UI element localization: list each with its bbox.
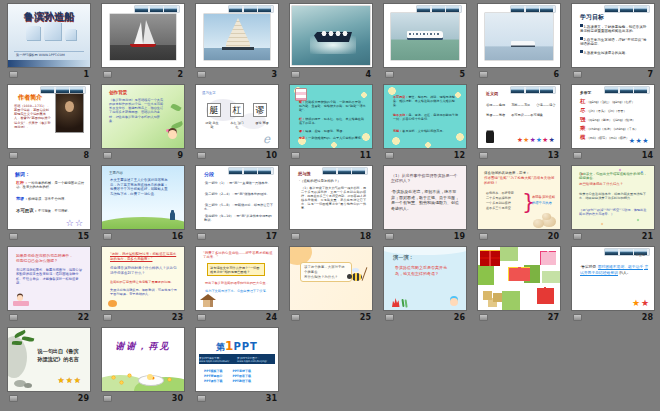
- banner-link-left[interactable]: 更多PPT模板下载：www.1ppt.com/moban/: [199, 356, 237, 363]
- slide-30-thanks[interactable]: 谢谢，再见: [102, 328, 184, 391]
- slide-5-ship-photo[interactable]: [384, 4, 466, 67]
- synonym-row: 荒谬——荒唐 不可思议——不可想象: [486, 113, 556, 117]
- thumbnail-slide-5[interactable]: 5: [384, 4, 466, 85]
- thumbnail-slide-8[interactable]: 作者简介 笛福（1660—1731），英国小说家，英国启蒙时期现实主义小说的奠基…: [8, 85, 90, 166]
- discussion-question: 如果是你处在这样的荒岛环境中，你觉得自己会怎么做呢？: [16, 253, 85, 263]
- polyphone-readings: ：(gāng)（顶杠） (gàng)（杠杆）: [586, 100, 635, 104]
- thumbnail-slide-22[interactable]: 如果是你处在这样的荒岛环境中，你觉得自己会怎么做呢？ 无论环境怎样恶劣，都要乐观…: [8, 247, 90, 328]
- thumbnail-slide-23[interactable]: “这时，我才猛然醒悟过来：把船造在远离水边的地方，是多么愚蠢啊！” 你觉得鲁滨孙…: [102, 247, 184, 328]
- thumbnail-slide-10[interactable]: 温习生字 艇 杠 谬 游艇 救生艇 木杠 顶门杠 谬论 荒谬 e 10: [196, 85, 278, 166]
- thumbnail-slide-11[interactable]: 艇：比舢板大而较快的小船，一般用机器开动，如汽艇、鱼雷艇。也指较大的船，如“舰艇…: [290, 85, 372, 166]
- thumbnail-slide-30[interactable]: 谢谢，再见 30: [102, 328, 184, 409]
- thumbnail-slide-14[interactable]: 多音字 杠：(gāng)（顶杠） (gàng)（杠杆） 尽：(jǐn)（尽头） …: [572, 85, 654, 166]
- thumbnail-slide-13[interactable]: 近义词 省得——免得 充裕——充足 合适——适合 荒谬——荒唐 不可思议——不可…: [478, 85, 560, 166]
- star-icon: ★: [641, 298, 649, 308]
- thumbnail-slide-4[interactable]: 4: [290, 4, 372, 85]
- slide-15-word-explanations[interactable]: 解词： 杠杆：一种简单的机械，是一个能绕固定点转动、改变力的方向的杆。 荒谬：极…: [8, 166, 90, 229]
- slide-14-polyphonic[interactable]: 多音字 杠：(gāng)（顶杠） (gàng)（杠杆） 尽：(jǐn)（尽头） …: [572, 85, 654, 148]
- slide-6-ferry-photo[interactable]: [478, 4, 560, 67]
- thumbnail-slide-29[interactable]: 说一句出自《鲁滨孙漂流记》的名言 ★★★ 29: [8, 328, 90, 409]
- polyphone-row: 乘：(chéng)（乘法） (shèng)（千乘）: [580, 125, 650, 132]
- thumbnail-slide-2[interactable]: 2: [102, 4, 184, 85]
- slide-28-summary-fill[interactable]: 我会说 ·鲁滨孙是 面对困难不退缩、敢于动手 尝试并善于总结经验教训 的人。 ★…: [572, 247, 654, 310]
- slide-9-background[interactable]: 创作背景 《鲁滨孙漂流记》是笛福根据一个真实的故事创作的长篇小说。一位水手与船长…: [102, 85, 184, 148]
- slide-29-famous-quote-task[interactable]: 说一句出自《鲁滨孙漂流记》的名言 ★★★: [8, 328, 90, 391]
- hull-shape: [130, 44, 156, 47]
- box-line: 难事之中”指的是哪些困难？: [210, 270, 250, 274]
- slide-11-definitions[interactable]: 艇：比舢板大而较快的小船，一般用机器开动，如汽艇、鱼雷艇。也指较大的船，如“舰艇…: [290, 85, 372, 148]
- slide-31-1ppt-endcard[interactable]: 第1PPT 更多PPT模板下载：www.1ppt.com/moban/ 更多PP…: [196, 328, 278, 391]
- banner-link-right[interactable]: 更多PPT背景图片：www.1ppt.com/beijing/: [237, 356, 275, 363]
- sailboat-photo: [110, 14, 176, 60]
- thumbnail-slide-25[interactable]: 读了这个故事，大家对于这个故事会有什么想法？为什么？ 25: [290, 247, 372, 328]
- thumbnail-slide-7[interactable]: 学习目标 1.熟读课文，了解故事梗概，知道鲁滨孙是怎样克服重重困难把船造出来的。…: [572, 4, 654, 85]
- slide-19-character-question[interactable]: （1）从这件事中你觉得鲁滨孙是一个怎样的人？ ·鲁滨孙身处逆境，坚韧不拔，绝不放…: [384, 166, 466, 229]
- link-item[interactable]: PPT课件下载: [204, 379, 222, 384]
- ship-photo: [391, 13, 459, 60]
- thumbnail-slide-31[interactable]: 第1PPT 更多PPT模板下载：www.1ppt.com/moban/ 更多PP…: [196, 328, 278, 409]
- pink-gift-box: [540, 251, 556, 265]
- reflection-line: 有什么想法？为什么？: [304, 275, 338, 279]
- slide-icon: [479, 71, 488, 78]
- thumbnail-slide-15[interactable]: 解词： 杠杆：一种简单的机械，是一个能绕固定点转动、改变力的方向的杆。 荒谬：极…: [8, 166, 90, 247]
- slide-21-reading-task[interactable]: 自由读文，勾画出文中描写造船动作的词句，细细体会。 这些动词体现出了什么特点？ …: [572, 166, 654, 229]
- slide-24-quote-analysis[interactable]: “我费了多日的心血劳动……好不容易才把船造了出来。” 这句话在文中有什么作用？“…: [196, 247, 278, 310]
- slide-4-tanker-photo[interactable]: [290, 4, 372, 67]
- thumbnail-slide-26[interactable]: 演一演： 鲁滨孙造完船之后是否离开荒岛，他又有怎样的奇遇？ 26: [384, 247, 466, 328]
- slide-23-quote-analysis[interactable]: “这时，我才猛然醒悟过来：把船造在远离水边的地方，是多么愚蠢啊！” 你觉得鲁滨孙…: [102, 247, 184, 310]
- slide-3-tallship-photo[interactable]: [196, 4, 278, 67]
- slide-number: 6: [553, 70, 559, 79]
- divider-line: [14, 51, 84, 52]
- thumbnail-slide-6[interactable]: 6: [478, 4, 560, 85]
- slide-16-main-idea[interactable]: 主要内容 本文主要讲述了主人公鲁滨孙流落荒岛后，为了离开荒岛而造独木舟的故事：他…: [102, 166, 184, 229]
- synonym-pair: 充裕——充足: [511, 103, 530, 107]
- link-item[interactable]: PPT图表下载: [232, 374, 250, 379]
- thumbnail-slide-20[interactable]: 体会动词的表达效果，思考： 作者围绕“造船”“为了抢救大船”品味有关动词的好处！…: [478, 166, 560, 247]
- thumbnail-slide-1[interactable]: 鲁滨孙造船 第一PPT模板网 WWW.1PPT.COM 1: [8, 4, 90, 85]
- word-examples: 游艇 救生艇: [204, 121, 220, 130]
- task-text-green: 自由读文，勾画出文中描写造船动作的词句，细细体会。: [579, 172, 649, 181]
- slide-heading: 作者简介: [18, 93, 42, 102]
- thumbnail-slide-9[interactable]: 创作背景 《鲁滨孙漂流记》是笛福根据一个真实的故事创作的长篇小说。一位水手与船长…: [102, 85, 184, 166]
- slide-20-verbs-analysis[interactable]: 体会动词的表达效果，思考： 作者围绕“造船”“为了抢救大船”品味有关动词的好处！…: [478, 166, 560, 229]
- link-item[interactable]: PPT教程下载: [232, 379, 250, 384]
- thumbnail-slide-16[interactable]: 主要内容 本文主要讲述了主人公鲁滨孙流落荒岛后，为了离开荒岛而造独木舟的故事：他…: [102, 166, 184, 247]
- thumbnail-slide-24[interactable]: “我费了多日的心血劳动……好不容易才把船造了出来。” 这句话在文中有什么作用？“…: [196, 247, 278, 328]
- slide-17-segments[interactable]: 分段 ·第一部分（1）：写“我”一直想做一只独木舟。 ·第二部分（2—4）：写“…: [196, 166, 278, 229]
- thumbnail-slide-21[interactable]: 自由读文，勾画出文中描写造船动作的词句，细细体会。 这些动词体现出了什么特点？ …: [572, 166, 654, 247]
- slide-7-objectives[interactable]: 学习目标 1.熟读课文，了解故事梗概，知道鲁滨孙是怎样克服重重困难把船造出来的。…: [572, 4, 654, 67]
- character-box: 谬: [253, 103, 267, 117]
- e-swirl-graphic: e: [263, 132, 270, 146]
- polyphone-row: 尽：(jǐn)（尽头） (jìn)（尽管）: [580, 107, 650, 114]
- slide-27-gifts-collage[interactable]: [478, 247, 560, 310]
- slide-25-reflection[interactable]: 读了这个故事，大家对于这个故事会有什么想法？为什么？: [290, 247, 372, 310]
- cube-icon: [44, 22, 61, 40]
- thumbnail-slide-3[interactable]: 3: [196, 4, 278, 85]
- thumbnail-slide-19[interactable]: （1）从这件事中你觉得鲁滨孙是一个怎样的人？ ·鲁滨孙身处逆境，坚韧不拔，绝不放…: [384, 166, 466, 247]
- slide-8-author[interactable]: 作者简介 笛福（1660—1731），英国小说家，英国启蒙时期现实主义小说的奠基…: [8, 85, 90, 148]
- slide-number: 3: [271, 70, 277, 79]
- ferry-shape: [511, 41, 535, 47]
- slide-22-discussion[interactable]: 如果是你处在这样的荒岛环境中，你觉得自己会怎么做呢？ 无论环境怎样恶劣，都要乐观…: [8, 247, 90, 310]
- task-body: 他费尽心血造出独木舟，却因为船太重无法拖下水，结果白白浪费了许多时间和精力。: [579, 192, 649, 200]
- thumbnail-slide-27[interactable]: 27: [478, 247, 560, 328]
- slide-10-new-characters[interactable]: 温习生字 艇 杠 谬 游艇 救生艇 木杠 顶门杠 谬论 荒谬 e: [196, 85, 278, 148]
- prompt-question: 作者围绕“造船”“为了抢救大船”品味有关动词的好处！: [484, 176, 556, 185]
- task-line: 孙漂流记》的名言: [37, 356, 79, 362]
- slide-2-sailboat-photo[interactable]: [102, 4, 184, 67]
- thumbnail-slide-17[interactable]: 分段 ·第一部分（1）：写“我”一直想做一只独木舟。 ·第二部分（2—4）：写“…: [196, 166, 278, 247]
- thumbnail-slide-18[interactable]: 想与练 ·（造船的经过是怎样的？） （1）鲁滨孙费了很大力气砍倒一棵大杉树，用二…: [290, 166, 372, 247]
- slide-1-title[interactable]: 鲁滨孙造船 第一PPT模板网 WWW.1PPT.COM: [8, 4, 90, 67]
- slide-number: 20: [548, 232, 559, 241]
- polyphone-readings: ：(qiáng)（坚强） (jiàng)（倔强）: [586, 118, 636, 122]
- slide-13-synonyms[interactable]: 近义词 省得——免得 充裕——充足 合适——适合 荒谬——荒唐 不可思议——不可…: [478, 85, 560, 148]
- slide-12-definitions[interactable]: 不可思议：奇怪、想不到、神秘，现指无法想象、难以理解。本文指造船的做法令人难以想…: [384, 85, 466, 148]
- slide-26-role-play[interactable]: 演一演： 鲁滨孙造完船之后是否离开荒岛，他又有怎样的奇遇？: [384, 247, 466, 310]
- slide-number: 5: [459, 70, 465, 79]
- link-item[interactable]: PPT背景图片: [204, 374, 222, 379]
- slide-number: 18: [360, 232, 371, 241]
- thumbnail-slide-28[interactable]: 我会说 ·鲁滨孙是 面对困难不退缩、敢于动手 尝试并善于总结经验教训 的人。 ★…: [572, 247, 654, 328]
- 1ppt-logo: 第1PPT: [196, 335, 278, 354]
- slide-18-think-practice[interactable]: 想与练 ·（造船的经过是怎样的？） （1）鲁滨孙费了很大力气砍倒一棵大杉树，用二…: [290, 166, 372, 229]
- thumbnail-slide-12[interactable]: 不可思议：奇怪、想不到、神秘，现指无法想象、难以理解。本文指造船的做法令人难以想…: [384, 85, 466, 166]
